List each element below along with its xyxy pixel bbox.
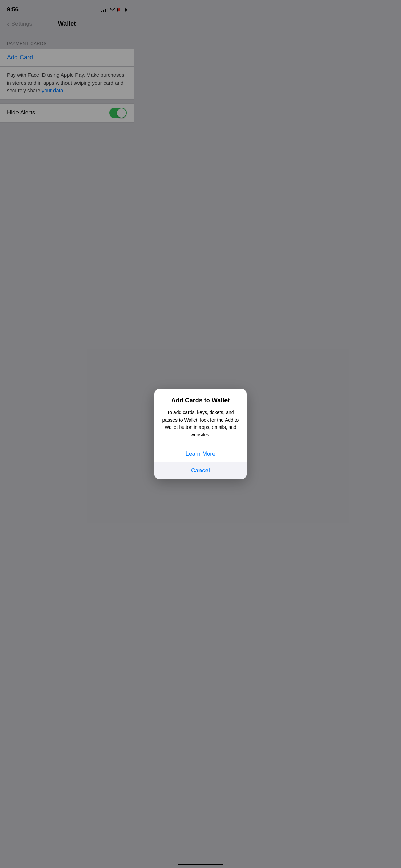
modal-overlay: Add Cards to Wallet To add cards, keys, … (0, 0, 134, 289)
